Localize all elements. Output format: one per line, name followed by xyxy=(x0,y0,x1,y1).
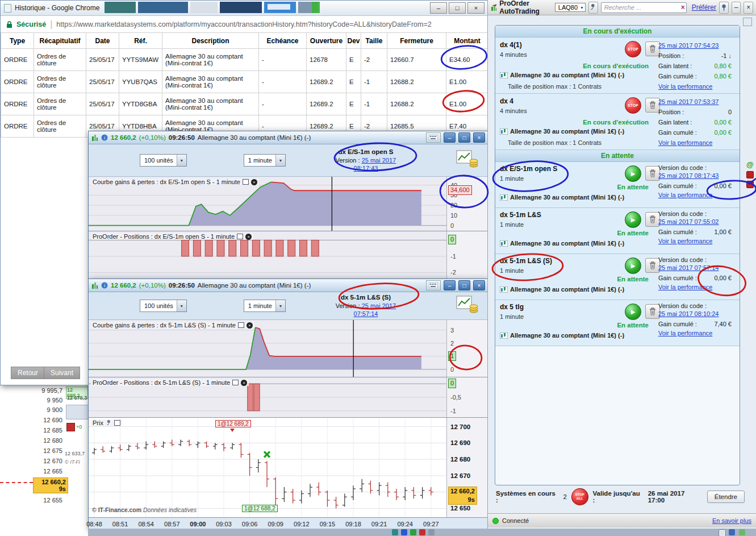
version-date-link[interactable]: 25 mai 2017 07:57:14 xyxy=(354,302,396,317)
taskbar-icon[interactable] xyxy=(392,529,398,535)
taskbar-icon[interactable] xyxy=(428,529,435,535)
performance-report-icon[interactable] xyxy=(456,150,479,171)
system-block[interactable]: dx 5 tlg 1 minute ▶ Version du code : 25… xyxy=(495,300,740,346)
system-block[interactable]: dx 5-1m L&S (S) 1 minute ▶ Version du co… xyxy=(495,254,740,300)
close-pane-icon[interactable]: × xyxy=(247,322,253,329)
maximize-button[interactable]: □ xyxy=(449,2,466,14)
keyboard-icon[interactable] xyxy=(426,280,441,290)
prefer-link[interactable]: Préférer xyxy=(692,3,716,11)
timeframe-dropdown[interactable]: 1 minute▼ xyxy=(244,154,286,167)
positions-pane-2[interactable]: 0-0,5-10 ProOrder - Positions : dx 5-1m … xyxy=(89,377,488,418)
detach-icon[interactable] xyxy=(243,179,249,185)
performance-report-icon[interactable] xyxy=(456,296,479,316)
gains-pane-2[interactable]: 32101 Courbe gains & pertes : dx 5-1m L&… xyxy=(89,320,488,377)
system-block[interactable]: dx 5-1m L&S 1 minute ▶ Version du code :… xyxy=(495,208,740,254)
cell-montant: E1.00 xyxy=(446,71,488,93)
background-window-fragment xyxy=(105,2,136,13)
start-button[interactable]: ▶ xyxy=(625,211,641,228)
wrench-icon[interactable] xyxy=(588,2,598,14)
timeframe-dropdown[interactable]: 1 minute▼ xyxy=(244,300,286,312)
learn-more-link[interactable]: En savoir plus xyxy=(712,517,751,524)
units-dropdown[interactable]: 100 unités▼ xyxy=(140,300,187,312)
security-label: Sécurisé xyxy=(16,20,46,28)
axis-tick: 0 xyxy=(450,222,454,230)
version-date-link[interactable]: 25 mai 2017 08:17:43 xyxy=(658,172,719,179)
extend-button[interactable]: Étendre xyxy=(707,491,745,503)
panel-minimize-icon[interactable]: – xyxy=(732,2,741,14)
system-block[interactable]: dx E/S-1m open S 1 minute ▶ Version du c… xyxy=(495,162,740,208)
performance-link[interactable]: Voir la performance xyxy=(658,284,712,290)
performance-link[interactable]: Voir la performance xyxy=(658,139,712,146)
info-icon[interactable]: i xyxy=(101,282,108,289)
taskbar-icon[interactable] xyxy=(410,529,416,535)
axis-current-value: 0 xyxy=(448,235,456,244)
chart-window-1-titlebar[interactable]: i 12 660,2 (+0,10%) 09:26:50 Allemagne 3… xyxy=(89,131,488,144)
performance-link[interactable]: Voir la performance xyxy=(658,330,712,336)
taskbar-icon[interactable] xyxy=(719,529,726,536)
pin-icon[interactable] xyxy=(719,2,729,14)
browser-titlebar[interactable]: Historique - Google Chrome – □ × xyxy=(1,1,488,16)
position-size-label: Taille de position max : 1 Contrats xyxy=(508,139,602,146)
performance-link[interactable]: Voir la performance xyxy=(658,238,712,244)
stop-button[interactable]: STOP xyxy=(625,97,641,114)
clear-search-icon[interactable]: × xyxy=(681,3,685,11)
start-button[interactable]: ▶ xyxy=(625,257,641,274)
close-button[interactable]: × xyxy=(473,132,485,143)
wrench-icon[interactable] xyxy=(106,420,112,426)
close-button[interactable]: × xyxy=(467,2,484,14)
system-block[interactable]: dx 4(1) 4 minutes STOP 25 mai 2017 07:54… xyxy=(495,38,740,94)
stop-button[interactable]: STOP xyxy=(625,41,641,57)
close-pane-icon[interactable]: × xyxy=(245,234,252,240)
close-button[interactable]: × xyxy=(473,280,485,290)
stop-all-button[interactable]: STOPALL xyxy=(571,488,588,505)
address-bar[interactable]: Sécurisé | https://www.marketdatasystems… xyxy=(1,16,488,34)
version-date-link[interactable]: 25 mai 2017 07:55:02 xyxy=(658,218,719,225)
cell-recap: Ordres de clôture xyxy=(34,71,86,93)
detach-icon[interactable] xyxy=(237,234,243,239)
minimize-button[interactable]: – xyxy=(444,132,456,143)
close-pane-icon[interactable]: × xyxy=(241,380,247,386)
back-button[interactable]: Retour xyxy=(11,367,45,379)
price-pane[interactable]: 12 70012 69012 68012 67012 65012 660,29s… xyxy=(89,418,488,518)
maximize-button[interactable]: □ xyxy=(458,132,470,143)
start-date-link[interactable]: 25 mai 2017 07:53:37 xyxy=(658,98,719,105)
taskbar-icon[interactable] xyxy=(729,529,735,535)
system-block[interactable]: dx 4 4 minutes STOP 25 mai 2017 07:53:37… xyxy=(495,94,740,150)
chart-window-2-titlebar[interactable]: i 12 660,2 (+0,10%) 09:26:50 Allemagne 3… xyxy=(89,279,488,292)
detach-icon[interactable] xyxy=(238,322,244,328)
detach-icon[interactable] xyxy=(232,380,239,385)
taskbar-icon[interactable] xyxy=(419,529,425,535)
panel-close-icon[interactable]: × xyxy=(744,2,753,14)
close-pane-icon[interactable]: × xyxy=(251,179,257,185)
info-icon[interactable]: i xyxy=(101,134,108,141)
start-button[interactable]: ▶ xyxy=(625,304,641,320)
axis-current-value: 34,600 xyxy=(448,185,472,195)
units-dropdown[interactable]: 100 unités▼ xyxy=(140,154,187,167)
minimize-button[interactable]: – xyxy=(444,280,456,290)
next-button[interactable]: Suivant xyxy=(44,367,80,379)
column-header: Description xyxy=(162,33,259,49)
version-date-link[interactable]: 25 mai 2017 08:10:24 xyxy=(658,310,719,317)
detach-icon[interactable] xyxy=(114,420,120,426)
proorder-icon xyxy=(491,3,496,11)
taskbar-icon[interactable] xyxy=(401,529,407,535)
connection-status-icon xyxy=(492,518,499,524)
performance-link[interactable]: Voir la performance xyxy=(658,83,712,90)
version-date-link[interactable]: 25 mai 2017 07:57:14 xyxy=(658,264,719,271)
time-tick: 09:00 xyxy=(187,521,208,527)
column-header: Ouverture xyxy=(307,33,346,49)
version-date-link[interactable]: 25 mai 2017 08:17:43 xyxy=(354,157,396,172)
start-date-link[interactable]: 25 mai 2017 07:54:23 xyxy=(658,42,719,49)
performance-link[interactable]: Voir la performance xyxy=(658,192,712,198)
taskbar-icon[interactable] xyxy=(739,529,745,535)
positions-pane-1[interactable]: 0-1-20 ProOrder - Positions : dx E/S-1m … xyxy=(89,231,488,280)
start-button[interactable]: ▶ xyxy=(625,165,641,182)
keyboard-icon[interactable] xyxy=(426,132,441,143)
gains-pane-1[interactable]: 40302010034,600 Courbe gains & pertes : … xyxy=(89,177,488,231)
account-dropdown[interactable]: LAQ80▼ xyxy=(555,3,586,12)
search-input[interactable] xyxy=(601,2,687,13)
axis-tick: 2 xyxy=(450,339,454,347)
panel-titlebar[interactable]: ProOrder AutoTrading LAQ80▼ × Préférer –… xyxy=(488,0,756,15)
minimize-button[interactable]: – xyxy=(430,2,447,14)
maximize-button[interactable]: □ xyxy=(458,280,470,290)
